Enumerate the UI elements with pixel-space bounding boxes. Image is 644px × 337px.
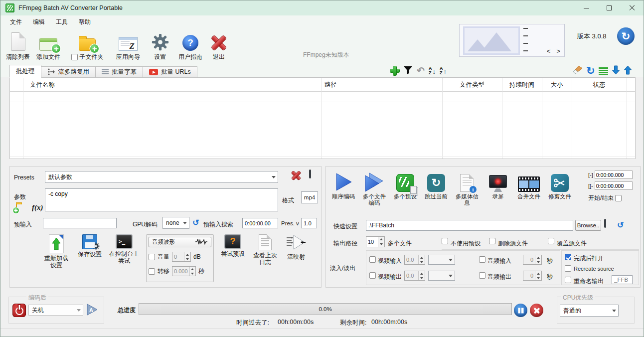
cut-start-input[interactable] bbox=[595, 170, 633, 179]
pres-version-input[interactable] bbox=[301, 218, 317, 228]
shutdown-select[interactable]: 关机 bbox=[28, 305, 83, 316]
rename-output-checkbox[interactable] bbox=[565, 277, 571, 283]
menu-help[interactable]: 帮助 bbox=[73, 16, 96, 28]
spinner-arrows-icon[interactable] bbox=[378, 237, 384, 247]
skip-current-button[interactable]: ↻ 跳过当前 bbox=[421, 169, 452, 206]
exit-button[interactable]: 退出 bbox=[207, 29, 231, 61]
sequential-encode-button[interactable]: 顺序编码 bbox=[328, 169, 359, 206]
app-wizard-button[interactable]: Z 应用向导 bbox=[110, 29, 146, 61]
move-down-icon[interactable] bbox=[612, 65, 620, 76]
sort-az-up-icon[interactable]: AZ↑ bbox=[440, 66, 447, 75]
audio-in-checkbox[interactable] bbox=[479, 256, 485, 263]
no-preset-checkbox[interactable] bbox=[442, 238, 448, 244]
folder-add-icon[interactable] bbox=[16, 204, 17, 212]
move-up-icon[interactable] bbox=[624, 65, 632, 76]
screen-record-button[interactable]: 录屏 bbox=[483, 169, 513, 206]
audio-in-spinner[interactable]: 0 bbox=[523, 255, 542, 265]
cpu-priority-select[interactable]: 普通的 bbox=[560, 305, 619, 317]
spinner-arrows-icon[interactable] bbox=[418, 271, 425, 280]
format-input[interactable] bbox=[301, 191, 318, 203]
col-filename[interactable]: 文件名称 bbox=[23, 78, 322, 92]
sort-az-down-icon[interactable]: AZ↓ bbox=[429, 66, 436, 75]
audio-out-spinner[interactable]: 0 bbox=[523, 271, 542, 281]
output-folder-input[interactable] bbox=[366, 220, 573, 231]
spinner-arrows-icon[interactable] bbox=[184, 252, 190, 261]
shift-spinner[interactable]: 0.000 bbox=[172, 266, 196, 276]
open-after-checkbox[interactable] bbox=[565, 254, 571, 260]
delete-source-checkbox[interactable] bbox=[489, 238, 495, 244]
col-size[interactable]: 大小 bbox=[542, 78, 572, 92]
check-update-button[interactable]: ↻ bbox=[617, 27, 635, 45]
try-preset-button[interactable]: ? 尝试预设 bbox=[220, 234, 245, 257]
rename-suffix-input[interactable] bbox=[612, 275, 633, 284]
audio-out-checkbox[interactable] bbox=[479, 272, 485, 279]
video-in-effect-select[interactable] bbox=[428, 255, 455, 265]
params-input[interactable]: -c copy bbox=[45, 188, 278, 211]
auto-action-icon[interactable]: A bbox=[85, 303, 98, 318]
save-settings-button[interactable]: 保存设置 bbox=[77, 234, 102, 258]
spinner-arrows-icon[interactable] bbox=[535, 271, 541, 280]
col-duration[interactable]: 持续时间 bbox=[502, 78, 542, 92]
col-path[interactable]: 路径 bbox=[322, 78, 442, 92]
file-table[interactable]: 文件名称 路径 文件类型 持续时间 大小 状态 bbox=[9, 77, 636, 159]
maximize-button[interactable] bbox=[598, 0, 621, 15]
volume-spinner[interactable]: 0 bbox=[172, 252, 191, 262]
add-item-icon[interactable] bbox=[390, 66, 399, 75]
filter-icon[interactable] bbox=[403, 66, 413, 76]
edit-path-icon[interactable] bbox=[604, 219, 606, 228]
settings-button[interactable]: 设置 bbox=[146, 29, 174, 61]
menu-tools[interactable]: 工具 bbox=[50, 16, 73, 28]
preinput-input[interactable] bbox=[43, 218, 117, 228]
add-files-button[interactable]: 添加文件 bbox=[32, 29, 64, 61]
clear-list-button[interactable]: 清除列表 bbox=[3, 29, 32, 61]
fx-function-icon[interactable]: f(x) bbox=[32, 203, 43, 212]
view-log-button[interactable]: 查看上次日志 bbox=[252, 234, 279, 266]
video-out-checkbox[interactable] bbox=[369, 272, 376, 279]
stream-map-button[interactable]: 流映射 bbox=[285, 234, 307, 260]
subfolders-tool[interactable]: 子文件夹 bbox=[64, 29, 110, 61]
col-status[interactable]: 状态 bbox=[572, 78, 627, 92]
volume-checkbox[interactable] bbox=[149, 254, 155, 260]
trim-files-button[interactable]: 修剪文件 bbox=[544, 169, 575, 206]
user-guide-button[interactable]: ? 用户指南 bbox=[174, 29, 207, 61]
multi-file-encode-button[interactable]: 多个文件编码 bbox=[359, 169, 390, 206]
browse-button[interactable]: Browse.. bbox=[575, 220, 601, 231]
shift-checkbox[interactable] bbox=[149, 268, 155, 275]
tab-batch[interactable]: 批处理 bbox=[9, 65, 41, 78]
spinner-arrows-icon[interactable] bbox=[418, 255, 425, 264]
video-in-spinner[interactable]: 0.0 bbox=[404, 255, 425, 265]
pause-button[interactable] bbox=[514, 304, 527, 317]
brush-icon[interactable] bbox=[573, 65, 583, 76]
media-info-button[interactable]: i 多媒体信息 bbox=[452, 169, 483, 206]
reset-path-icon[interactable]: ↺ bbox=[617, 221, 624, 230]
audio-waveform-button[interactable]: 音频波形 bbox=[149, 237, 211, 247]
search-time-input[interactable] bbox=[242, 218, 278, 228]
gpu-decode-select[interactable]: none bbox=[162, 217, 189, 229]
cut-end-input[interactable] bbox=[595, 181, 633, 190]
tab-mux[interactable]: 流多路复用 bbox=[41, 66, 96, 78]
multi-count-spinner[interactable]: 10 bbox=[366, 236, 385, 247]
list-icon[interactable] bbox=[599, 67, 608, 75]
tab-subtitles[interactable]: 批量字幕 bbox=[96, 66, 143, 78]
power-icon[interactable] bbox=[12, 304, 26, 317]
undo-icon[interactable]: ↶ bbox=[417, 66, 425, 75]
preview-next-button[interactable]: > bbox=[556, 47, 560, 55]
spinner-arrows-icon[interactable] bbox=[189, 267, 195, 276]
refresh-icon[interactable]: ↻ bbox=[586, 66, 595, 76]
col-filetype[interactable]: 文件类型 bbox=[442, 78, 502, 92]
reload-settings-button[interactable]: 重新加载设置 bbox=[42, 234, 71, 269]
join-files-button[interactable]: 合并文件 bbox=[513, 169, 544, 206]
subfolders-checkbox[interactable] bbox=[71, 54, 78, 60]
presets-select[interactable]: 默认参数 bbox=[45, 171, 278, 183]
recreate-source-checkbox[interactable] bbox=[565, 265, 571, 272]
spinner-arrows-icon[interactable] bbox=[535, 255, 541, 264]
start-end-checkbox[interactable] bbox=[615, 195, 622, 201]
stop-button[interactable] bbox=[530, 304, 543, 317]
menu-file[interactable]: 文件 bbox=[4, 16, 27, 28]
menu-edit[interactable]: 编辑 bbox=[27, 16, 50, 28]
minimize-button[interactable] bbox=[575, 0, 598, 15]
video-out-spinner[interactable]: 0.0 bbox=[404, 271, 425, 281]
multi-preset-button[interactable]: 多个预设 bbox=[390, 169, 421, 206]
overwrite-source-checkbox[interactable] bbox=[548, 238, 554, 244]
video-in-checkbox[interactable] bbox=[369, 256, 376, 263]
